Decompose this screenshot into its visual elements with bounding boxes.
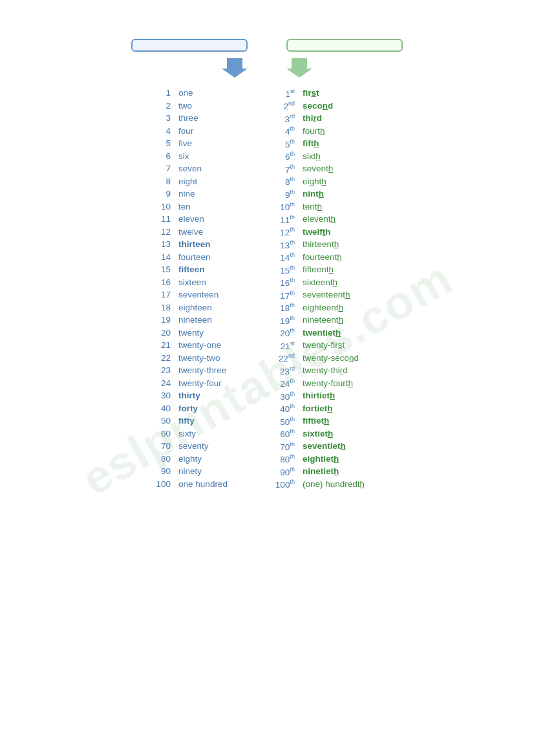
table-row: 10thtenth bbox=[270, 200, 383, 213]
ordinal-table: 1stfirst2ndsecond3rdthird4thfourth5thfif… bbox=[270, 87, 383, 490]
ordinal-number: 16th bbox=[270, 276, 299, 289]
ordinal-number: 11th bbox=[270, 213, 299, 226]
table-row: 11theleventh bbox=[270, 213, 383, 226]
table-row: 6thsixth bbox=[270, 150, 383, 163]
ordinal-word: fourth bbox=[299, 125, 383, 138]
cardinal-number: 18 bbox=[151, 301, 175, 314]
cardinal-word: three bbox=[175, 112, 231, 125]
table-row: 80theightieth bbox=[270, 453, 383, 466]
table-row: 11eleven bbox=[151, 213, 231, 226]
table-row: 5five bbox=[151, 137, 231, 150]
cardinal-word: fifteen bbox=[175, 263, 231, 276]
table-row: 90ninety bbox=[151, 465, 231, 478]
ordinal-number: 10th bbox=[270, 200, 299, 213]
cardinal-word: eleven bbox=[175, 213, 231, 226]
cardinal-number: 4 bbox=[151, 125, 175, 138]
ordinal-number: 3rd bbox=[270, 112, 299, 125]
ordinal-word: eighteenth bbox=[299, 301, 383, 314]
cardinal-number: 7 bbox=[151, 162, 175, 175]
ordinal-word: twelfth bbox=[299, 226, 383, 239]
table-row: 9nine bbox=[151, 188, 231, 200]
ordinal-number: 14th bbox=[270, 251, 299, 264]
ordinal-word: sixtieth bbox=[299, 427, 383, 440]
ordinal-word: fiftieth bbox=[299, 415, 383, 427]
ordinal-numbers-header bbox=[286, 39, 403, 52]
table-row: 15fifteen bbox=[151, 263, 231, 276]
cardinal-word: twenty bbox=[175, 327, 231, 340]
cardinal-number: 22 bbox=[151, 352, 175, 365]
table-row: 5thfifth bbox=[270, 137, 383, 150]
ordinal-number: 18th bbox=[270, 301, 299, 314]
ordinal-word: seventeenth bbox=[299, 288, 383, 301]
ordinal-word: seventieth bbox=[299, 440, 383, 453]
cardinal-word: eight bbox=[175, 175, 231, 188]
ordinal-word: eleventh bbox=[299, 213, 383, 226]
cardinal-number: 16 bbox=[151, 276, 175, 289]
table-row: 8theighth bbox=[270, 175, 383, 188]
table-row: 3rdthird bbox=[270, 112, 383, 125]
svg-marker-0 bbox=[222, 58, 248, 78]
cardinal-word: thirteen bbox=[175, 238, 231, 251]
cardinal-number: 20 bbox=[151, 327, 175, 340]
ordinal-number: 4th bbox=[270, 125, 299, 138]
cardinal-word: thirty bbox=[175, 389, 231, 402]
table-row: 14fourteen bbox=[151, 251, 231, 264]
ordinal-number: 15th bbox=[270, 263, 299, 276]
table-row: 9thninth bbox=[270, 188, 383, 200]
cardinal-number: 11 bbox=[151, 213, 175, 226]
ordinal-word: twentieth bbox=[299, 327, 383, 340]
ordinal-number: 2nd bbox=[270, 100, 299, 113]
table-row: 2ndsecond bbox=[270, 100, 383, 113]
ordinal-number: 70th bbox=[270, 440, 299, 453]
cardinal-number: 80 bbox=[151, 453, 175, 466]
table-row: 13thirteen bbox=[151, 238, 231, 251]
table-row: 7thseventh bbox=[270, 162, 383, 175]
cardinal-number: 15 bbox=[151, 263, 175, 276]
table-row: 7seven bbox=[151, 162, 231, 175]
ordinal-number: 9th bbox=[270, 188, 299, 200]
cardinal-number: 12 bbox=[151, 226, 175, 239]
ordinal-word: first bbox=[299, 87, 383, 100]
cardinal-word: twenty-one bbox=[175, 339, 231, 352]
content-area: 1one2two3three4four5five6six7seven8eight… bbox=[13, 87, 521, 490]
cardinal-word: one bbox=[175, 87, 231, 100]
table-row: 14thfourteenth bbox=[270, 251, 383, 264]
table-row: 22twenty-two bbox=[151, 352, 231, 365]
cardinal-word: forty bbox=[175, 402, 231, 415]
ordinal-word: sixth bbox=[299, 150, 383, 163]
cardinal-number: 70 bbox=[151, 440, 175, 453]
cardinal-number: 50 bbox=[151, 415, 175, 427]
ordinal-number: 100th bbox=[270, 478, 299, 491]
ordinal-number: 24th bbox=[270, 377, 299, 390]
ordinal-number: 6th bbox=[270, 150, 299, 163]
cardinal-number: 19 bbox=[151, 314, 175, 327]
ordinal-number: 22nd bbox=[270, 352, 299, 365]
cardinal-word: seven bbox=[175, 162, 231, 175]
cardinal-numbers-header bbox=[131, 39, 248, 52]
table-row: 60sixty bbox=[151, 427, 231, 440]
cardinal-word: twelve bbox=[175, 226, 231, 239]
table-row: 19thnineteenth bbox=[270, 314, 383, 327]
ordinal-word: fifth bbox=[299, 137, 383, 150]
cardinal-number: 9 bbox=[151, 188, 175, 200]
cardinal-word: fourteen bbox=[175, 251, 231, 264]
cardinal-word: eighteen bbox=[175, 301, 231, 314]
table-row: 20thtwentieth bbox=[270, 327, 383, 340]
cardinal-word: five bbox=[175, 137, 231, 150]
ordinal-word: fifteenth bbox=[299, 263, 383, 276]
table-row: 60thsixtieth bbox=[270, 427, 383, 440]
table-row: 17thseventeenth bbox=[270, 288, 383, 301]
cardinal-number: 90 bbox=[151, 465, 175, 478]
table-row: 10ten bbox=[151, 200, 231, 213]
ordinal-number: 13th bbox=[270, 238, 299, 251]
cardinal-word: nineteen bbox=[175, 314, 231, 327]
ordinal-word: third bbox=[299, 112, 383, 125]
cardinal-number: 21 bbox=[151, 339, 175, 352]
cardinal-word: ten bbox=[175, 200, 231, 213]
cardinal-number: 6 bbox=[151, 150, 175, 163]
ordinal-word: fourteenth bbox=[299, 251, 383, 264]
table-row: 19nineteen bbox=[151, 314, 231, 327]
ordinal-word: nineteenth bbox=[299, 314, 383, 327]
ordinal-word: thirtieth bbox=[299, 389, 383, 402]
ordinal-word: eighth bbox=[299, 175, 383, 188]
